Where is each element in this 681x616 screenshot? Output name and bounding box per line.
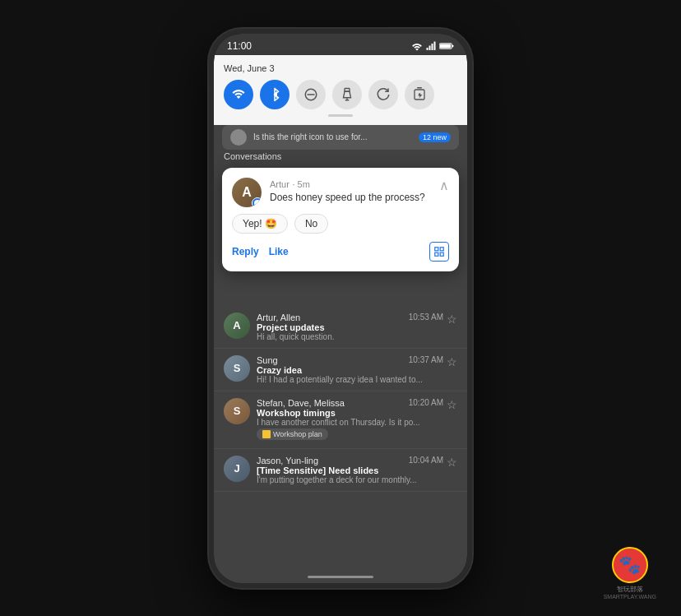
svg-rect-0: [427, 48, 429, 50]
star-jason[interactable]: ☆: [447, 456, 457, 469]
status-time: 11:00: [227, 40, 252, 52]
notif-header: A Artur · 5m Does honey speed up the pro…: [232, 178, 449, 207]
svg-rect-14: [435, 247, 438, 250]
time-jason: 10:04 AM: [409, 456, 443, 465]
sender-artur-allen: Artur, Allen: [257, 313, 300, 322]
svg-rect-17: [435, 252, 438, 256]
wifi-icon: [411, 41, 423, 51]
time-sung: 10:37 AM: [409, 355, 443, 364]
star-sung[interactable]: ☆: [447, 355, 457, 368]
sender-jason: Jason, Yun-ling: [257, 456, 318, 465]
email-row-stefan[interactable]: S Stefan, Dave, Melissa 10:20 AM Worksho…: [214, 391, 467, 449]
subject-sung: Crazy idea: [257, 365, 443, 375]
reply-button[interactable]: Reply: [232, 246, 259, 257]
time-artur-allen: 10:53 AM: [409, 313, 443, 322]
home-indicator[interactable]: [308, 576, 373, 578]
svg-rect-16: [440, 252, 443, 256]
svg-rect-5: [452, 44, 453, 47]
notif-badge: 12 new: [419, 132, 451, 142]
quick-replies: Yep! 🤩 No: [232, 214, 449, 234]
collapsed-notif-avatar: [230, 129, 247, 146]
notif-sender-name: Artur · 5m: [270, 178, 439, 190]
phone-frame: 11:00: [209, 29, 472, 588]
email-row-jason[interactable]: J Jason, Yun-ling 10:04 AM [Time Sensiti…: [214, 449, 467, 492]
qs-drag-handle[interactable]: [328, 114, 353, 117]
attachment-chip-stefan: Workshop plan: [257, 428, 328, 440]
preview-artur-allen: Hi all, quick question.: [257, 332, 443, 341]
star-artur-allen[interactable]: ☆: [447, 313, 457, 326]
status-bar: 11:00: [214, 34, 467, 55]
status-icons: [411, 41, 454, 51]
rotate-toggle[interactable]: [368, 80, 398, 109]
dnd-toggle[interactable]: [296, 80, 326, 109]
svg-rect-1: [429, 45, 431, 50]
flashlight-toggle[interactable]: [332, 80, 362, 109]
notification-card[interactable]: A Artur · 5m Does honey speed up the pro…: [222, 168, 459, 271]
svg-rect-6: [440, 44, 452, 48]
expand-icon[interactable]: [429, 242, 449, 262]
avatar-sung: S: [224, 355, 250, 382]
screen-content: Is this the right icon to use for... 12 …: [214, 125, 467, 583]
collapsed-notification[interactable]: Is this the right icon to use for... 12 …: [222, 125, 459, 150]
app-badge-inner: [254, 200, 261, 206]
subject-artur-allen: Project updates: [257, 322, 443, 332]
email-info-sung: Sung 10:37 AM Crazy idea Hi! I had a pot…: [257, 355, 443, 384]
preview-stefan: I have another conflict on Thursday. Is …: [257, 418, 443, 427]
time-stefan: 10:20 AM: [409, 398, 443, 407]
quick-reply-no[interactable]: No: [294, 214, 328, 234]
watermark-text-2: SMARTPLAY.WANG: [604, 594, 656, 600]
like-button[interactable]: Like: [269, 246, 289, 257]
email-info-jason: Jason, Yun-ling 10:04 AM [Time Sensitive…: [257, 456, 443, 484]
notif-actions: Reply Like: [232, 242, 449, 262]
qs-date: Wed, June 3: [224, 63, 457, 73]
avatar-artur-allen: A: [224, 313, 250, 339]
app-badge: [252, 197, 262, 207]
qs-toggles: [224, 80, 457, 109]
attachment-name: Workshop plan: [273, 430, 322, 438]
quick-reply-yep[interactable]: Yep! 🤩: [232, 214, 288, 234]
collapsed-notif-text: Is this the right icon to use for...: [253, 132, 412, 141]
bluetooth-toggle[interactable]: [260, 80, 290, 109]
subject-stefan: Workshop timings: [257, 408, 443, 418]
quick-settings-panel: Wed, June 3: [214, 55, 467, 125]
email-row-sung[interactable]: S Sung 10:37 AM Crazy idea Hi! I had a p…: [214, 349, 467, 391]
battery-icon: [439, 42, 454, 50]
preview-jason: I'm putting together a deck for our mont…: [257, 475, 443, 484]
email-list: A Artur, Allen 10:53 AM Project updates …: [214, 306, 467, 492]
email-info-artur-allen: Artur, Allen 10:53 AM Project updates Hi…: [257, 313, 443, 341]
avatar-stefan: S: [224, 398, 250, 424]
watermark: 🐾 智玩部落 SMARTPLAY.WANG: [604, 547, 656, 600]
sender-stefan: Stefan, Dave, Melissa: [257, 398, 345, 408]
wifi-toggle[interactable]: [224, 80, 253, 109]
notif-time: · 5m: [292, 179, 309, 189]
watermark-icon: 🐾: [612, 547, 648, 583]
notif-sender-avatar: A: [232, 178, 262, 207]
svg-rect-15: [440, 247, 443, 250]
attachment-icon: [262, 430, 271, 438]
watermark-text-1: 智玩部落: [617, 585, 643, 594]
email-row-artur-allen[interactable]: A Artur, Allen 10:53 AM Project updates …: [214, 306, 467, 349]
preview-sung: Hi! I had a potentially crazy idea I wan…: [257, 375, 443, 384]
star-stefan[interactable]: ☆: [447, 398, 457, 411]
svg-rect-2: [432, 44, 433, 50]
phone-screen: 11:00: [214, 34, 467, 583]
subject-jason: [Time Sensitive] Need slides: [257, 465, 443, 475]
signal-icon: [426, 41, 436, 51]
notif-collapse-button[interactable]: ∧: [439, 178, 449, 193]
svg-rect-3: [434, 41, 436, 50]
email-info-stefan: Stefan, Dave, Melissa 10:20 AM Workshop …: [257, 398, 443, 442]
notif-title-area: Artur · 5m Does honey speed up the proce…: [270, 178, 439, 203]
sender-sung: Sung: [257, 355, 278, 365]
notif-message: Does honey speed up the process?: [270, 192, 439, 203]
battery-saver-toggle[interactable]: [405, 80, 434, 109]
avatar-jason: J: [224, 456, 250, 482]
